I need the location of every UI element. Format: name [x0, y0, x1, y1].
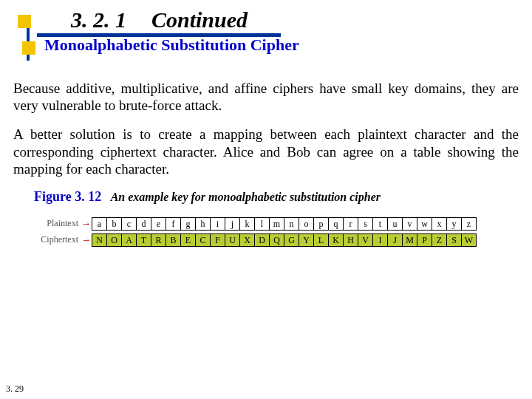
- plaintext-cell: j: [225, 217, 240, 231]
- ciphertext-cell: Z: [432, 233, 447, 247]
- ciphertext-cell: E: [180, 233, 196, 247]
- plaintext-cell: h: [195, 217, 211, 231]
- ciphertext-cell: P: [417, 233, 432, 247]
- ciphertext-cell: T: [136, 233, 151, 247]
- plaintext-cell: z: [461, 217, 477, 231]
- plaintext-cell: m: [269, 217, 284, 231]
- arrow-icon: →: [81, 218, 91, 230]
- plaintext-label: Plaintext: [22, 218, 81, 229]
- ciphertext-cell: Y: [299, 233, 314, 247]
- ciphertext-cell: X: [239, 233, 255, 247]
- ciphertext-cell: M: [402, 233, 417, 247]
- plaintext-cell: b: [106, 217, 122, 231]
- ciphertext-cell: N: [92, 233, 107, 247]
- figure-caption: An example key for monoalphabetic substi…: [111, 191, 381, 203]
- plaintext-cell: o: [299, 217, 314, 231]
- slide-title: 3. 2. 1Continued: [71, 7, 248, 33]
- plaintext-cell: r: [343, 217, 358, 231]
- plaintext-cell: t: [372, 217, 388, 231]
- plaintext-cell: y: [446, 217, 462, 231]
- plaintext-cell: e: [151, 217, 166, 231]
- plaintext-cell: f: [166, 217, 181, 231]
- arrow-icon: →: [81, 234, 91, 246]
- plaintext-cell: x: [432, 217, 447, 231]
- ciphertext-cell: L: [313, 233, 329, 247]
- figure-number: Figure 3. 12: [34, 189, 101, 204]
- ciphertext-label: Ciphertext: [22, 234, 81, 245]
- plaintext-cell: a: [92, 217, 107, 231]
- plaintext-cells: abcdefghijklmnopqrstuvwxyz: [92, 217, 477, 231]
- ciphertext-cell: K: [328, 233, 344, 247]
- plaintext-row: Plaintext → abcdefghijklmnopqrstuvwxyz: [22, 216, 532, 231]
- title-word: Continued: [151, 7, 248, 32]
- figure-label: Figure 3. 12 An example key for monoalph…: [34, 189, 532, 205]
- plaintext-cell: v: [402, 217, 417, 231]
- slide-header: 3. 2. 1Continued Monoalphabetic Substitu…: [0, 0, 532, 65]
- plaintext-cell: p: [313, 217, 329, 231]
- slide-subtitle: Monoalphabetic Substitution Cipher: [44, 35, 299, 55]
- plaintext-cell: l: [254, 217, 270, 231]
- ciphertext-cell: O: [106, 233, 122, 247]
- ciphertext-cell: I: [372, 233, 388, 247]
- plaintext-cell: u: [387, 217, 403, 231]
- ciphertext-cell: Q: [269, 233, 284, 247]
- plaintext-cell: n: [284, 217, 299, 231]
- cipher-mapping-table: Plaintext → abcdefghijklmnopqrstuvwxyz C…: [22, 212, 532, 248]
- ciphertext-cell: B: [166, 233, 181, 247]
- ciphertext-cells: NOATRBECFUXDQGYLKHVIJMPZSW: [92, 233, 477, 247]
- plaintext-cell: w: [417, 217, 432, 231]
- body-text: Because additive, multiplicative, and af…: [13, 80, 519, 177]
- ciphertext-cell: H: [343, 233, 358, 247]
- plaintext-cell: g: [180, 217, 196, 231]
- ciphertext-cell: F: [210, 233, 225, 247]
- plaintext-cell: s: [358, 217, 373, 231]
- ciphertext-cell: U: [225, 233, 240, 247]
- plaintext-cell: c: [121, 217, 137, 231]
- plaintext-cell: i: [210, 217, 225, 231]
- ciphertext-cell: J: [387, 233, 403, 247]
- paragraph-2: A better solution is to create a mapping…: [13, 126, 519, 177]
- ciphertext-cell: S: [446, 233, 462, 247]
- ciphertext-cell: R: [151, 233, 166, 247]
- decoration-square-2: [22, 41, 35, 55]
- ciphertext-cell: A: [121, 233, 137, 247]
- page-number: 3. 29: [6, 383, 24, 395]
- plaintext-cell: q: [328, 217, 344, 231]
- section-number: 3. 2. 1: [71, 7, 126, 32]
- plaintext-cell: k: [239, 217, 255, 231]
- ciphertext-cell: C: [195, 233, 211, 247]
- plaintext-cell: d: [136, 217, 151, 231]
- paragraph-1: Because additive, multiplicative, and af…: [13, 80, 519, 114]
- ciphertext-cell: D: [254, 233, 270, 247]
- ciphertext-cell: G: [284, 233, 299, 247]
- ciphertext-cell: V: [358, 233, 373, 247]
- ciphertext-cell: W: [461, 233, 477, 247]
- decoration-square-1: [18, 15, 31, 28]
- ciphertext-row: Ciphertext → NOATRBECFUXDQGYLKHVIJMPZSW: [22, 233, 532, 248]
